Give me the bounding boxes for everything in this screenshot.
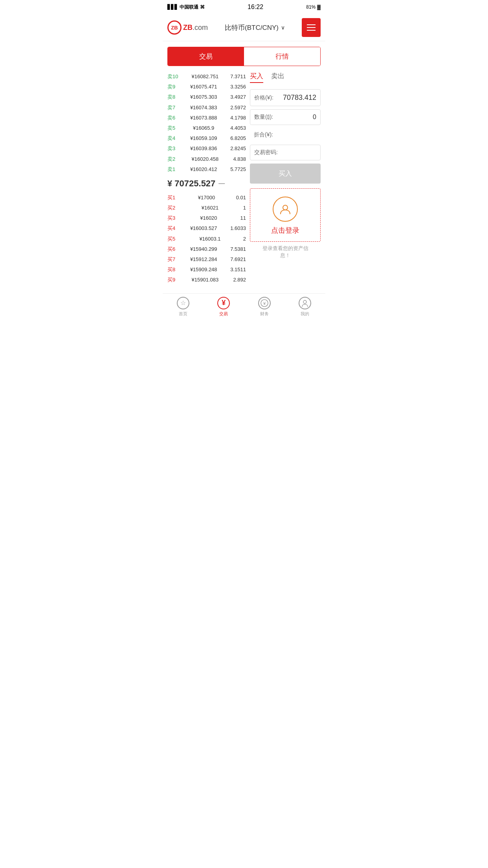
sell-order-row-6: 卖6 ¥16073.888 4.1798 xyxy=(167,113,246,123)
price-field[interactable]: 价格(¥): 70783.412 xyxy=(250,89,321,106)
chevron-down-icon: ∨ xyxy=(281,24,285,31)
buy-order-row-7: 买7 ¥15912.284 7.6921 xyxy=(167,254,246,265)
buy-price-9: ¥15901.083 xyxy=(192,276,219,283)
buy-order-row-5: 买5 ¥16003.1 2 xyxy=(167,234,246,244)
menu-line-1 xyxy=(307,24,316,25)
buy-price-5: ¥16003.1 xyxy=(199,235,220,243)
buy-price-3: ¥16020 xyxy=(200,215,217,222)
logo-icon: ZB xyxy=(167,20,182,35)
bottom-nav: ☆ 首页 ¥ 交易 ¥ 财务 我的 xyxy=(163,293,325,318)
svg-point-0 xyxy=(283,205,288,210)
profile-svg-icon xyxy=(301,299,309,307)
buy-qty-2: 1 xyxy=(243,204,246,211)
wifi-icon: ⌘ xyxy=(200,4,205,10)
battery-icon: ▓ xyxy=(317,4,321,10)
sell-qty-8: 3.4927 xyxy=(230,94,246,101)
qty-label: 数量(₿): xyxy=(254,114,273,121)
price-label: 价格(¥): xyxy=(254,94,273,101)
sell-price-6: ¥16073.888 xyxy=(190,114,217,121)
nav-home[interactable]: ☆ 首页 xyxy=(163,297,204,317)
qty-field[interactable]: 数量(₿): 0 xyxy=(250,109,321,125)
buy-order-row-6: 买6 ¥15940.299 7.5381 xyxy=(167,244,246,254)
profile-icon xyxy=(299,297,311,309)
sell-price-1: ¥16020.412 xyxy=(190,166,217,173)
trade-panel: 买入 卖出 价格(¥): 70783.412 数量(₿): 0 折合(¥): 交… xyxy=(250,72,321,285)
sell-label-4: 卖4 xyxy=(167,135,175,142)
sell-label-8: 卖8 xyxy=(167,94,175,101)
buy-label-2: 买2 xyxy=(167,204,175,211)
buy-order-row-3: 买3 ¥16020 11 xyxy=(167,213,246,223)
main-tab-bar: 交易 行情 xyxy=(167,47,321,66)
buy-price-8: ¥15909.248 xyxy=(190,266,217,273)
buy-price-1: ¥17000 xyxy=(198,194,215,201)
nav-profile[interactable]: 我的 xyxy=(285,297,326,317)
login-button[interactable]: 点击登录 xyxy=(271,226,299,235)
sell-order-row-9: 卖9 ¥16075.471 3.3256 xyxy=(167,82,246,92)
mid-price-icon: — xyxy=(218,180,225,187)
sell-order-row-7: 卖7 ¥16074.383 2.5972 xyxy=(167,103,246,113)
sell-qty-1: 5.7725 xyxy=(230,166,246,173)
password-label: 交易密码: xyxy=(254,149,278,156)
finance-icon: ¥ xyxy=(258,297,271,309)
login-area[interactable]: 点击登录 xyxy=(250,188,321,242)
sell-label-7: 卖7 xyxy=(167,104,175,111)
buy-qty-1: 0.01 xyxy=(236,194,246,201)
sell-order-row-3: 卖3 ¥16039.836 2.8245 xyxy=(167,143,246,154)
tab-buy[interactable]: 买入 xyxy=(250,72,263,83)
buy-qty-8: 3.1511 xyxy=(230,266,246,273)
sell-qty-3: 2.8245 xyxy=(230,145,246,152)
mid-price-row: ¥ 70725.527 — xyxy=(167,175,246,193)
buy-order-row-4: 买4 ¥16003.527 1.6033 xyxy=(167,223,246,234)
buy-label-4: 买4 xyxy=(167,225,175,232)
buy-qty-3: 11 xyxy=(240,215,246,222)
buy-button[interactable]: 买入 xyxy=(250,164,321,184)
sell-price-7: ¥16074.383 xyxy=(190,104,217,111)
sell-label-9: 卖9 xyxy=(167,83,175,90)
buy-order-row-2: 买2 ¥16021 1 xyxy=(167,203,246,213)
sell-price-10: ¥16082.751 xyxy=(192,73,219,80)
sell-order-row-10: 卖10 ¥16082.751 7.3711 xyxy=(167,72,246,82)
sell-order-row-1: 卖1 ¥16020.412 5.7725 xyxy=(167,164,246,175)
buy-qty-9: 2.892 xyxy=(233,276,246,283)
buy-label-7: 买7 xyxy=(167,256,175,263)
buy-qty-4: 1.6033 xyxy=(230,225,246,232)
svg-text:¥: ¥ xyxy=(263,301,266,306)
buy-price-7: ¥15912.284 xyxy=(190,256,217,263)
header: ZB ZB.com 比特币(BTC/CNY) ∨ xyxy=(163,14,325,41)
sell-price-3: ¥16039.836 xyxy=(190,145,217,152)
sell-qty-5: 4.4053 xyxy=(230,125,246,132)
buy-label-6: 买6 xyxy=(167,246,175,253)
home-icon: ☆ xyxy=(177,297,189,309)
sell-price-4: ¥16059.109 xyxy=(190,135,217,142)
market-title[interactable]: 比特币(BTC/CNY) ∨ xyxy=(225,23,285,32)
buy-label-8: 买8 xyxy=(167,266,175,273)
user-icon xyxy=(279,202,292,216)
finance-svg-icon: ¥ xyxy=(261,299,268,307)
sell-label-1: 卖1 xyxy=(167,166,175,173)
sell-order-row-5: 卖5 ¥16065.9 4.4053 xyxy=(167,123,246,133)
buy-price-6: ¥15940.299 xyxy=(190,246,217,253)
total-field: 折合(¥): xyxy=(250,128,321,142)
battery-label: 81% xyxy=(306,4,316,10)
logo-domain: ZB.com xyxy=(183,24,208,32)
sell-order-row-2: 卖2 ¥16020.458 4.838 xyxy=(167,154,246,164)
sell-qty-7: 2.5972 xyxy=(230,104,246,111)
menu-line-3 xyxy=(307,30,316,31)
password-field[interactable]: 交易密码: xyxy=(250,145,321,160)
nav-finance[interactable]: ¥ 财务 xyxy=(244,297,285,317)
status-left: ▋▋▋ 中国联通 ⌘ xyxy=(167,4,205,11)
svg-point-3 xyxy=(303,300,306,303)
buy-price-4: ¥16003.527 xyxy=(190,225,217,232)
sell-qty-10: 7.3711 xyxy=(230,73,246,80)
tab-market[interactable]: 行情 xyxy=(244,47,320,66)
tab-sell[interactable]: 卖出 xyxy=(271,72,284,83)
buy-sell-switch: 买入 卖出 xyxy=(250,72,321,85)
nav-trade[interactable]: ¥ 交易 xyxy=(204,297,244,317)
qty-value: 0 xyxy=(313,114,316,121)
sell-label-2: 卖2 xyxy=(167,156,175,163)
menu-button[interactable] xyxy=(302,18,321,37)
sell-order-row-8: 卖8 ¥16075.303 3.4927 xyxy=(167,92,246,102)
menu-line-2 xyxy=(307,27,316,28)
carrier-label: 中国联通 xyxy=(180,4,198,11)
tab-trade[interactable]: 交易 xyxy=(168,47,244,66)
